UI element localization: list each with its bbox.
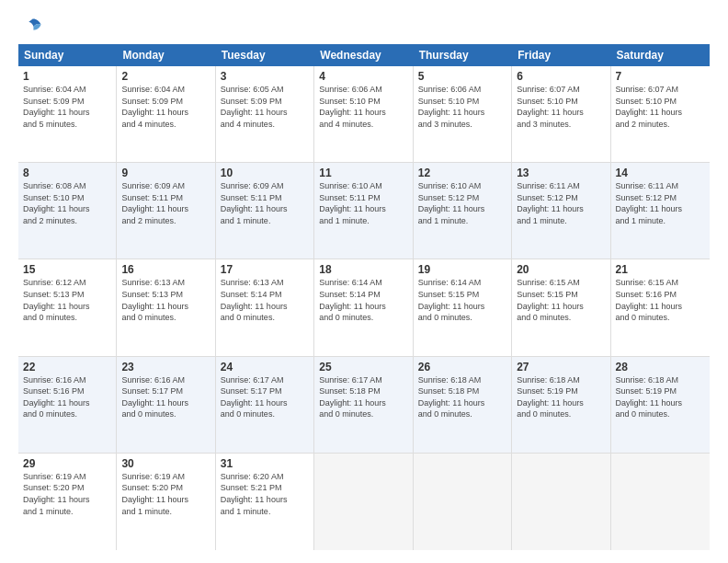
day-number-15: 15 [23, 263, 111, 276]
day-number-9: 9 [121, 167, 210, 179]
day-info-8: Sunrise: 6:08 AM Sunset: 5:10 PM Dayligh… [23, 180, 111, 226]
day-cell-3: 3Sunrise: 6:05 AM Sunset: 5:09 PM Daylig… [216, 66, 314, 162]
day-number-16: 16 [121, 263, 210, 276]
day-number-26: 26 [418, 361, 506, 373]
week-row-1: 1Sunrise: 6:04 AM Sunset: 5:09 PM Daylig… [18, 66, 710, 163]
empty-cell [414, 454, 512, 550]
header-saturday: Saturday [611, 44, 710, 66]
day-number-24: 24 [221, 361, 309, 373]
day-number-7: 7 [616, 70, 705, 83]
day-info-26: Sunrise: 6:18 AM Sunset: 5:18 PM Dayligh… [418, 374, 506, 420]
calendar-header: Sunday Monday Tuesday Wednesday Thursday… [18, 44, 710, 66]
day-number-22: 22 [23, 361, 111, 373]
day-cell-5: 5Sunrise: 6:06 AM Sunset: 5:10 PM Daylig… [414, 66, 512, 162]
week-row-3: 15Sunrise: 6:12 AM Sunset: 5:13 PM Dayli… [18, 259, 710, 356]
day-info-27: Sunrise: 6:18 AM Sunset: 5:19 PM Dayligh… [517, 374, 605, 420]
header-monday: Monday [117, 44, 215, 66]
day-info-19: Sunrise: 6:14 AM Sunset: 5:15 PM Dayligh… [418, 277, 506, 323]
week-row-2: 8Sunrise: 6:08 AM Sunset: 5:10 PM Daylig… [18, 163, 710, 259]
logo [18, 17, 44, 37]
day-number-3: 3 [221, 70, 309, 83]
day-info-29: Sunrise: 6:19 AM Sunset: 5:20 PM Dayligh… [23, 471, 111, 517]
day-number-23: 23 [121, 361, 210, 373]
day-cell-1: 1Sunrise: 6:04 AM Sunset: 5:09 PM Daylig… [18, 66, 117, 162]
day-number-10: 10 [221, 167, 309, 179]
day-cell-26: 26Sunrise: 6:18 AM Sunset: 5:18 PM Dayli… [414, 357, 512, 453]
day-info-25: Sunrise: 6:17 AM Sunset: 5:18 PM Dayligh… [319, 374, 407, 420]
day-number-14: 14 [616, 167, 705, 179]
calendar-body: 1Sunrise: 6:04 AM Sunset: 5:09 PM Daylig… [18, 66, 710, 550]
day-number-5: 5 [418, 70, 506, 83]
day-number-27: 27 [517, 361, 605, 373]
day-cell-28: 28Sunrise: 6:18 AM Sunset: 5:19 PM Dayli… [611, 357, 710, 453]
day-info-18: Sunrise: 6:14 AM Sunset: 5:14 PM Dayligh… [319, 277, 407, 323]
week-row-5: 29Sunrise: 6:19 AM Sunset: 5:20 PM Dayli… [18, 454, 710, 550]
empty-cell [611, 454, 710, 550]
day-number-19: 19 [418, 263, 506, 276]
day-cell-22: 22Sunrise: 6:16 AM Sunset: 5:16 PM Dayli… [18, 357, 117, 453]
day-number-12: 12 [418, 167, 506, 179]
day-info-12: Sunrise: 6:10 AM Sunset: 5:12 PM Dayligh… [418, 180, 506, 226]
day-info-6: Sunrise: 6:07 AM Sunset: 5:10 PM Dayligh… [517, 84, 605, 130]
day-info-23: Sunrise: 6:16 AM Sunset: 5:17 PM Dayligh… [121, 374, 210, 420]
day-info-5: Sunrise: 6:06 AM Sunset: 5:10 PM Dayligh… [418, 84, 506, 130]
day-info-21: Sunrise: 6:15 AM Sunset: 5:16 PM Dayligh… [616, 277, 705, 323]
header-tuesday: Tuesday [216, 44, 314, 66]
day-info-17: Sunrise: 6:13 AM Sunset: 5:14 PM Dayligh… [221, 277, 309, 323]
day-cell-10: 10Sunrise: 6:09 AM Sunset: 5:11 PM Dayli… [216, 163, 314, 259]
day-info-22: Sunrise: 6:16 AM Sunset: 5:16 PM Dayligh… [23, 374, 111, 420]
day-number-29: 29 [23, 457, 111, 470]
day-cell-12: 12Sunrise: 6:10 AM Sunset: 5:12 PM Dayli… [414, 163, 512, 259]
day-info-9: Sunrise: 6:09 AM Sunset: 5:11 PM Dayligh… [121, 180, 210, 226]
day-number-25: 25 [319, 361, 407, 373]
day-number-2: 2 [121, 70, 210, 83]
day-number-6: 6 [517, 70, 605, 83]
day-cell-30: 30Sunrise: 6:19 AM Sunset: 5:20 PM Dayli… [117, 454, 215, 550]
week-row-4: 22Sunrise: 6:16 AM Sunset: 5:16 PM Dayli… [18, 357, 710, 454]
page: Sunday Monday Tuesday Wednesday Thursday… [0, 0, 728, 563]
day-cell-21: 21Sunrise: 6:15 AM Sunset: 5:16 PM Dayli… [611, 259, 710, 355]
day-cell-7: 7Sunrise: 6:07 AM Sunset: 5:10 PM Daylig… [611, 66, 710, 162]
day-number-20: 20 [517, 263, 605, 276]
day-info-31: Sunrise: 6:20 AM Sunset: 5:21 PM Dayligh… [221, 471, 309, 517]
day-cell-24: 24Sunrise: 6:17 AM Sunset: 5:17 PM Dayli… [216, 357, 314, 453]
day-info-20: Sunrise: 6:15 AM Sunset: 5:15 PM Dayligh… [517, 277, 605, 323]
day-number-28: 28 [616, 361, 705, 373]
day-number-31: 31 [221, 457, 309, 470]
day-cell-20: 20Sunrise: 6:15 AM Sunset: 5:15 PM Dayli… [512, 259, 610, 355]
day-number-18: 18 [319, 263, 407, 276]
day-cell-13: 13Sunrise: 6:11 AM Sunset: 5:12 PM Dayli… [512, 163, 610, 259]
day-cell-6: 6Sunrise: 6:07 AM Sunset: 5:10 PM Daylig… [512, 66, 610, 162]
day-cell-9: 9Sunrise: 6:09 AM Sunset: 5:11 PM Daylig… [117, 163, 215, 259]
day-cell-23: 23Sunrise: 6:16 AM Sunset: 5:17 PM Dayli… [117, 357, 215, 453]
day-cell-2: 2Sunrise: 6:04 AM Sunset: 5:09 PM Daylig… [117, 66, 215, 162]
day-cell-18: 18Sunrise: 6:14 AM Sunset: 5:14 PM Dayli… [314, 259, 413, 355]
day-info-14: Sunrise: 6:11 AM Sunset: 5:12 PM Dayligh… [616, 180, 705, 226]
day-cell-8: 8Sunrise: 6:08 AM Sunset: 5:10 PM Daylig… [18, 163, 117, 259]
day-number-8: 8 [23, 167, 111, 179]
day-number-13: 13 [517, 167, 605, 179]
day-cell-17: 17Sunrise: 6:13 AM Sunset: 5:14 PM Dayli… [216, 259, 314, 355]
day-number-4: 4 [319, 70, 407, 83]
header-friday: Friday [512, 44, 610, 66]
day-info-13: Sunrise: 6:11 AM Sunset: 5:12 PM Dayligh… [517, 180, 605, 226]
day-info-11: Sunrise: 6:10 AM Sunset: 5:11 PM Dayligh… [319, 180, 407, 226]
day-cell-14: 14Sunrise: 6:11 AM Sunset: 5:12 PM Dayli… [611, 163, 710, 259]
day-number-17: 17 [221, 263, 309, 276]
day-info-1: Sunrise: 6:04 AM Sunset: 5:09 PM Dayligh… [23, 84, 111, 130]
day-number-21: 21 [616, 263, 705, 276]
day-info-24: Sunrise: 6:17 AM Sunset: 5:17 PM Dayligh… [221, 374, 309, 420]
day-info-3: Sunrise: 6:05 AM Sunset: 5:09 PM Dayligh… [221, 84, 309, 130]
day-cell-31: 31Sunrise: 6:20 AM Sunset: 5:21 PM Dayli… [216, 454, 314, 550]
day-cell-15: 15Sunrise: 6:12 AM Sunset: 5:13 PM Dayli… [18, 259, 117, 355]
day-info-7: Sunrise: 6:07 AM Sunset: 5:10 PM Dayligh… [616, 84, 705, 130]
header-wednesday: Wednesday [314, 44, 413, 66]
day-cell-25: 25Sunrise: 6:17 AM Sunset: 5:18 PM Dayli… [314, 357, 413, 453]
day-number-30: 30 [121, 457, 210, 470]
day-cell-16: 16Sunrise: 6:13 AM Sunset: 5:13 PM Dayli… [117, 259, 215, 355]
empty-cell [512, 454, 610, 550]
day-info-16: Sunrise: 6:13 AM Sunset: 5:13 PM Dayligh… [121, 277, 210, 323]
empty-cell [314, 454, 413, 550]
calendar: Sunday Monday Tuesday Wednesday Thursday… [18, 44, 710, 550]
header-sunday: Sunday [18, 44, 117, 66]
